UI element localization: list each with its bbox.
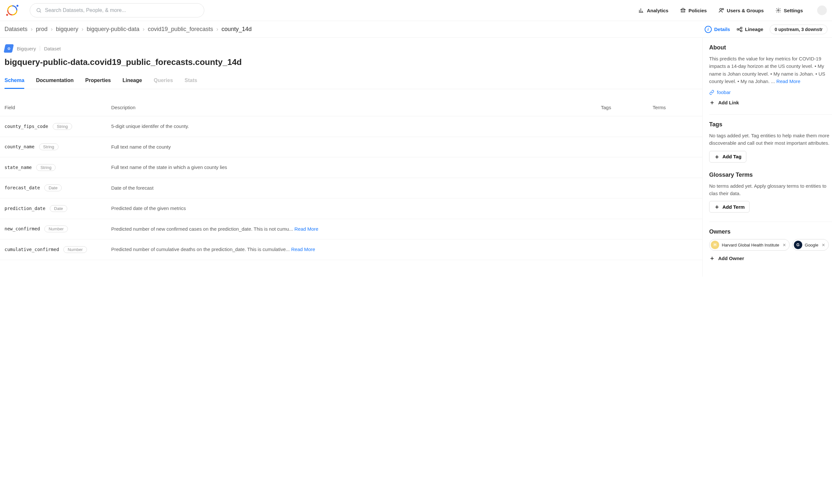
header-field: Field xyxy=(4,105,111,110)
field-description: Predicted number of new confirmed cases … xyxy=(111,226,601,233)
breadcrumb-actions: i Details Lineage 0 upstream, 3 downstr xyxy=(705,25,828,34)
chevron-right-icon: › xyxy=(142,26,145,33)
schema-row[interactable]: prediction_date Date Predicted date of t… xyxy=(0,198,702,219)
add-link-button[interactable]: ＋ Add Link xyxy=(709,100,832,105)
crumb-datasets[interactable]: Datasets xyxy=(4,26,27,33)
header-terms: Terms xyxy=(653,105,698,110)
users-icon xyxy=(719,7,724,13)
field-description: 5-digit unique identifer of the county. xyxy=(111,123,601,130)
field-description: Predicted number of cumulative deaths on… xyxy=(111,246,601,253)
lineage-label: Lineage xyxy=(745,26,763,32)
add-link-label: Add Link xyxy=(718,100,739,105)
svg-point-2 xyxy=(6,14,8,16)
nav-settings-label: Settings xyxy=(784,8,803,13)
field-name: forecast_date xyxy=(4,185,40,190)
field-type-pill: Date xyxy=(50,205,67,212)
owner-chip[interactable]: G Google ✕ xyxy=(792,239,829,251)
lineage-icon xyxy=(737,26,743,32)
lineage-toggle[interactable]: Lineage xyxy=(737,26,763,32)
link-icon xyxy=(709,90,714,95)
chevron-right-icon: › xyxy=(51,26,53,33)
search-input[interactable] xyxy=(45,7,198,13)
tab-queries: Queries xyxy=(154,75,173,89)
search-input-wrap[interactable] xyxy=(30,3,204,18)
field-description: Full text name of the county xyxy=(111,143,601,151)
schema-row[interactable]: cumulative_confirmed Number Predicted nu… xyxy=(0,239,702,260)
crumb-bigquery[interactable]: bigquery xyxy=(56,26,78,33)
user-avatar[interactable] xyxy=(817,5,827,15)
field-name: state_name xyxy=(4,165,32,170)
header-tags: Tags xyxy=(601,105,653,110)
owner-avatar: G xyxy=(794,241,802,249)
add-owner-button[interactable]: ＋ Add Owner xyxy=(709,255,832,261)
chevron-right-icon: › xyxy=(81,26,83,33)
breadcrumb-bar: Datasets › prod › bigquery › bigquery-pu… xyxy=(0,21,832,38)
svg-rect-17 xyxy=(740,27,742,29)
schema-row[interactable]: state_name String Full text name of the … xyxy=(0,157,702,178)
owner-name: Harvard Global Health Institute xyxy=(722,243,779,247)
svg-point-15 xyxy=(778,10,779,11)
schema-row[interactable]: new_confirmed Number Predicted number of… xyxy=(0,219,702,240)
tab-documentation[interactable]: Documentation xyxy=(36,75,73,89)
bigquery-platform-icon: ⊙ xyxy=(4,44,14,53)
crumb-project[interactable]: bigquery-public-data xyxy=(87,26,139,33)
breadcrumb: Datasets › prod › bigquery › bigquery-pu… xyxy=(4,26,252,33)
field-name: cumulative_confirmed xyxy=(4,247,59,252)
nav-settings[interactable]: Settings xyxy=(775,7,803,13)
stream-count-pill[interactable]: 0 upstream, 3 downstr xyxy=(770,25,828,34)
chevron-right-icon: › xyxy=(31,26,33,33)
schema-table-header: Field Description Tags Terms xyxy=(0,99,702,116)
remove-owner-icon[interactable]: ✕ xyxy=(822,243,825,247)
field-type-pill: Number xyxy=(63,246,87,253)
svg-point-13 xyxy=(720,8,722,10)
top-nav: Analytics Policies Users & Groups Settin… xyxy=(0,0,832,21)
field-name: new_confirmed xyxy=(4,226,40,231)
crumb-dataset[interactable]: covid19_public_forecasts xyxy=(148,26,213,33)
nav-policies-label: Policies xyxy=(688,8,707,13)
plus-icon: ＋ xyxy=(714,154,720,160)
tags-empty-text: No tags added yet. Tag entities to help … xyxy=(709,132,832,147)
nav-policies[interactable]: Policies xyxy=(680,7,707,13)
tags-heading: Tags xyxy=(709,121,832,128)
header-description: Description xyxy=(111,105,601,110)
info-icon: i xyxy=(705,26,712,33)
field-description: Full text name of the state in which a g… xyxy=(111,164,601,171)
nav-users-groups[interactable]: Users & Groups xyxy=(719,7,764,13)
tab-stats: Stats xyxy=(185,75,197,89)
page-title: bigquery-public-data.covid19_public_fore… xyxy=(4,57,698,67)
schema-row[interactable]: county_name String Full text name of the… xyxy=(0,137,702,158)
entity-type-label: Dataset xyxy=(44,46,61,51)
read-more-link[interactable]: Read More xyxy=(294,226,318,232)
about-read-more[interactable]: Read More xyxy=(776,79,800,84)
about-external-link[interactable]: foobar xyxy=(709,89,832,95)
tab-schema[interactable]: Schema xyxy=(4,75,24,89)
tab-properties[interactable]: Properties xyxy=(85,75,111,89)
tab-lineage[interactable]: Lineage xyxy=(123,75,142,89)
gear-icon xyxy=(775,7,781,13)
svg-point-1 xyxy=(17,5,19,7)
read-more-link[interactable]: Read More xyxy=(291,246,315,252)
bar-chart-icon xyxy=(639,7,644,13)
add-owner-label: Add Owner xyxy=(718,256,744,261)
add-tag-button[interactable]: ＋ Add Tag xyxy=(709,151,746,162)
add-term-label: Add Term xyxy=(722,204,745,210)
field-description: Predicted date of the given metrics xyxy=(111,205,601,212)
app-logo[interactable] xyxy=(5,3,19,18)
schema-row[interactable]: county_fips_code String 5-digit unique i… xyxy=(0,116,702,137)
plus-icon: ＋ xyxy=(714,204,720,210)
svg-rect-18 xyxy=(740,30,742,32)
glossary-heading: Glossary Terms xyxy=(709,171,832,178)
bank-icon xyxy=(680,7,686,13)
platform-label: Bigquery xyxy=(17,46,36,51)
owner-chip[interactable]: H Harvard Global Health Institute ✕ xyxy=(709,239,790,251)
remove-owner-icon[interactable]: ✕ xyxy=(783,243,786,247)
field-type-pill: String xyxy=(36,164,56,171)
crumb-table[interactable]: county_14d xyxy=(222,26,252,33)
details-toggle[interactable]: i Details xyxy=(705,26,730,33)
add-term-button[interactable]: ＋ Add Term xyxy=(709,201,750,213)
nav-analytics[interactable]: Analytics xyxy=(639,7,669,13)
field-type-pill: Number xyxy=(44,226,68,232)
plus-icon: ＋ xyxy=(709,100,715,105)
schema-row[interactable]: forecast_date Date Date of the forecast xyxy=(0,178,702,199)
crumb-prod[interactable]: prod xyxy=(36,26,48,33)
